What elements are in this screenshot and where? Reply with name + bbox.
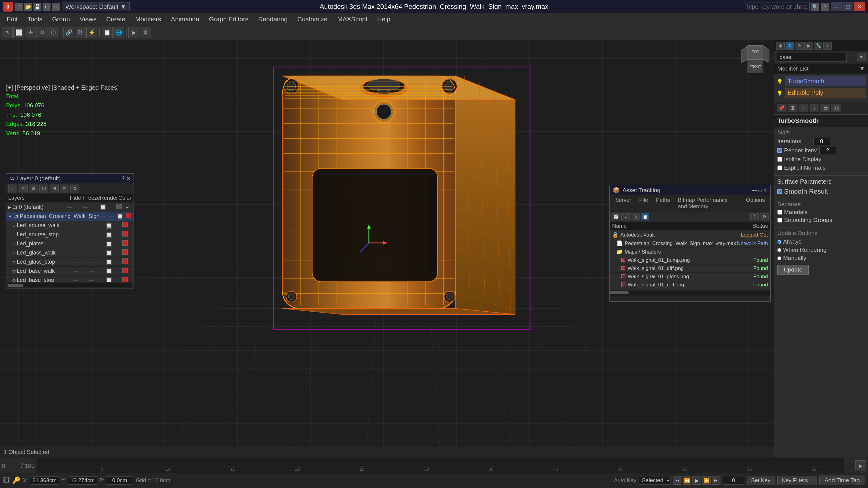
layer-row[interactable]: ▼ 🗂 Pedestrian_Crossing_Walk_Sign — — 🔲 (6, 212, 133, 221)
close-btn[interactable]: ✕ (854, 2, 865, 11)
save-btn[interactable]: 💾 (33, 3, 41, 11)
asset-tree-view-btn[interactable]: ⊞ (631, 213, 640, 221)
menu-modifiers[interactable]: Modifiers (131, 14, 165, 24)
layer-row[interactable]: ◇ Led_sourse_stop — — 🔲 (6, 230, 133, 239)
asset-menu-bitmap[interactable]: Bitmap Performance and Memory (674, 196, 742, 211)
layer-row[interactable]: ◇ Led_glass_walk — — 🔲 (6, 249, 133, 258)
smoothing-groups-checkbox[interactable] (777, 218, 782, 223)
manually-radio[interactable] (777, 256, 781, 260)
minimize-btn[interactable]: — (831, 2, 842, 11)
layer-new-btn[interactable]: + (8, 185, 17, 192)
layer-row[interactable]: ◇ Led_sourse_walk — — 🔲 (6, 221, 133, 230)
search-btn[interactable]: 🔍 (811, 3, 819, 11)
base-name-input[interactable] (777, 53, 847, 62)
prev-frame-btn[interactable]: ⏪ (683, 476, 691, 485)
iterations-input[interactable] (813, 138, 830, 145)
render-setup-btn[interactable]: ⚙ (140, 27, 151, 38)
render-iters-input[interactable] (819, 147, 836, 154)
move-up-btn[interactable]: ↑ (799, 104, 808, 112)
bind-btn[interactable]: ⚡ (86, 27, 97, 38)
open-btn[interactable]: 📂 (24, 3, 32, 11)
current-frame-input[interactable] (723, 476, 744, 485)
add-time-tag-button[interactable]: Add Time Tag (819, 476, 865, 485)
layer-row[interactable]: ◇ Led_base_stop — — 🔲 (6, 276, 133, 282)
goto-start-btn[interactable]: ⏮ (673, 476, 682, 485)
motion-icon-btn[interactable]: ▶ (804, 42, 813, 50)
scene-btn[interactable]: 🌐 (113, 27, 124, 38)
navigation-cube[interactable]: TOP FRONT (740, 44, 771, 74)
hierarchy-icon-btn[interactable]: ⊕ (795, 42, 804, 50)
update-button[interactable]: Update (777, 265, 809, 274)
display-icon-btn[interactable]: ◈ (776, 42, 785, 50)
maximize-btn[interactable]: □ (842, 2, 854, 11)
goto-end-btn[interactable]: ⏭ (712, 476, 720, 485)
show-active-btn[interactable]: ▥ (832, 104, 841, 112)
asset-maximize-btn[interactable]: □ (758, 187, 762, 193)
workspace-dropdown[interactable]: Workspace: Default ▼ (62, 2, 130, 11)
asset-row[interactable]: 📁 Maps / Shaders (610, 248, 770, 256)
isoline-checkbox[interactable] (777, 157, 782, 162)
redo-btn[interactable]: ↪ (52, 3, 60, 11)
menu-group[interactable]: Group (48, 14, 74, 24)
menu-rendering[interactable]: Rendering (254, 14, 292, 24)
materials-checkbox[interactable] (777, 210, 782, 215)
menu-graph-editors[interactable]: Graph Editors (205, 14, 253, 24)
layer-delete-btn[interactable]: ✕ (19, 185, 28, 192)
layer-row[interactable]: ▶ 🗂 0 (default) — — 🔲 ✓ (6, 203, 133, 212)
asset-close-btn[interactable]: ✕ (763, 187, 767, 193)
asset-row[interactable]: 🖼 Walk_signal_01_diff.png Found (610, 264, 770, 273)
undo-btn[interactable]: ↩ (42, 3, 51, 11)
menu-edit[interactable]: Edit (2, 14, 22, 24)
asset-row[interactable]: 📄 Pedestrian_Crossing_Walk_Sign_max_vray… (610, 239, 770, 248)
asset-detail-btn[interactable]: 📋 (641, 213, 649, 221)
asset-row[interactable]: 🖼 Walk_signal_01_refl.png Found (610, 281, 770, 289)
set-key-button[interactable]: Set Key (747, 476, 775, 485)
layer-scrollbar[interactable] (8, 283, 132, 287)
always-radio[interactable] (777, 240, 781, 244)
asset-refresh-btn[interactable]: 🔄 (612, 213, 620, 221)
turbosmooth-modifier-item[interactable]: TurboSmooth (785, 76, 866, 86)
next-frame-btn[interactable]: ⏩ (702, 476, 711, 485)
editable-poly-modifier-item[interactable]: Editable Poly (785, 88, 866, 98)
render-iters-checkbox[interactable] (777, 148, 782, 153)
menu-help[interactable]: Help (373, 14, 395, 24)
asset-row[interactable]: 🖼 Walk_signal_01_gloss.png Found (610, 273, 770, 281)
smooth-result-checkbox[interactable] (777, 189, 782, 194)
asset-menu-options[interactable]: Options (742, 196, 769, 211)
when-rendering-radio[interactable] (777, 248, 781, 252)
pin-btn[interactable]: 📌 (777, 104, 786, 112)
scale-btn[interactable]: ⬡ (48, 27, 59, 38)
create-icon-btn[interactable]: + (823, 42, 832, 50)
select-region-btn[interactable]: ⬜ (13, 27, 24, 38)
asset-menu-server[interactable]: Server (612, 196, 635, 211)
unlink-btn[interactable]: ⛓ (75, 27, 86, 38)
show-all-btn[interactable]: ▤ (820, 104, 830, 112)
asset-list-view-btn[interactable]: ≡ (621, 213, 630, 221)
menu-tools[interactable]: Tools (23, 14, 46, 24)
asset-settings-btn[interactable]: ⚙ (760, 213, 769, 221)
menu-create[interactable]: Create (102, 14, 130, 24)
layer-add-sel-btn[interactable]: ⊕ (29, 185, 38, 192)
layer-settings-btn[interactable]: ⚙ (70, 185, 80, 192)
new-btn[interactable]: 🗋 (15, 3, 23, 11)
layer-collapse-btn[interactable]: ⊟ (60, 185, 69, 192)
rotate-btn[interactable]: ↻ (36, 27, 48, 38)
layer-sel-objects-btn[interactable]: ☑ (39, 185, 49, 192)
render-btn[interactable]: ▶ (128, 27, 140, 38)
layer-btn[interactable]: 📋 (102, 27, 113, 38)
collapse-btn[interactable]: ▼ (857, 53, 866, 61)
move-btn[interactable]: ✛ (25, 27, 36, 38)
link-btn[interactable]: 🔗 (63, 27, 74, 38)
modify-icon-btn[interactable]: ⚙ (785, 42, 794, 50)
layer-help-btn[interactable]: ? (122, 176, 125, 182)
key-filters-button[interactable]: Key Filters... (777, 476, 817, 485)
menu-views[interactable]: Views (75, 14, 101, 24)
play-btn[interactable]: ▶ (692, 476, 701, 485)
layer-row[interactable]: ◇ Led_base_walk — — 🔲 (6, 267, 133, 276)
menu-maxscript[interactable]: MAXScript (333, 14, 372, 24)
search-input[interactable] (743, 2, 810, 11)
move-down-btn[interactable]: ↓ (810, 104, 819, 112)
menu-customize[interactable]: Customize (293, 14, 332, 24)
layer-row[interactable]: ◇ Led_plates — — 🔲 (6, 239, 133, 249)
asset-menu-paths[interactable]: Paths (652, 196, 674, 211)
